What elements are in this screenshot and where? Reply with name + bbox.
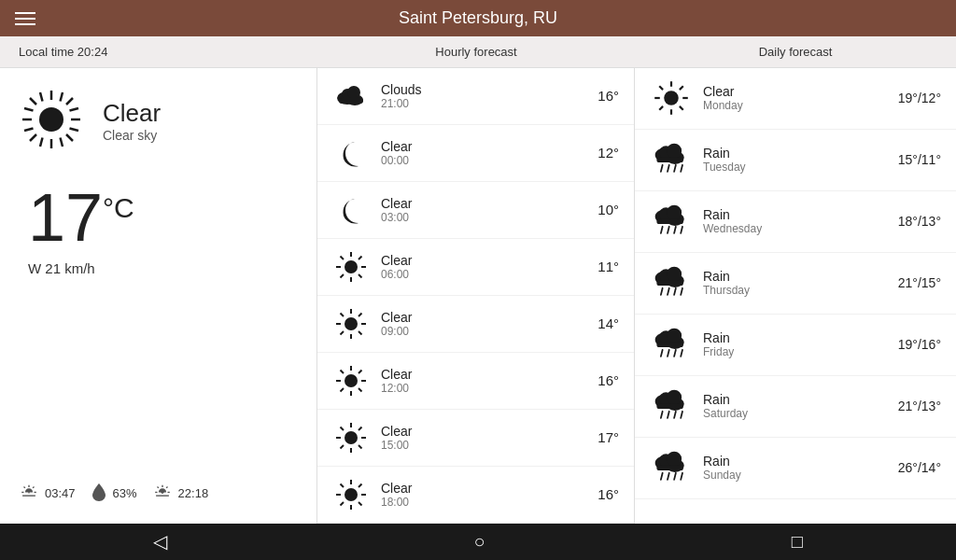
daily-weather-icon	[650, 201, 692, 243]
hourly-weather-icon	[332, 77, 370, 115]
daily-info: Rain Friday	[703, 330, 887, 358]
hourly-info: Clouds 21:00	[381, 82, 574, 110]
svg-line-64	[24, 486, 25, 487]
humidity-value: 63%	[113, 486, 137, 500]
hourly-row: Clear 00:00 12°	[317, 125, 634, 182]
hourly-info: Clear 15:00	[381, 424, 574, 452]
hourly-time: 15:00	[381, 439, 574, 452]
daily-info: Rain Sunday	[703, 454, 887, 482]
hourly-info: Clear 03:00	[381, 196, 574, 224]
daily-forecast-panel[interactable]: Clear Monday 19°/12° Rain Tuesday 15°/11…	[635, 68, 956, 524]
hourly-weather-icon	[332, 362, 370, 399]
hourly-row: Clear 03:00 10°	[317, 182, 634, 239]
current-weather-panel: Clear Clear sky 17°C W 21 km/h	[0, 68, 317, 524]
daily-condition: Rain	[703, 330, 887, 345]
daily-day: Monday	[703, 99, 887, 112]
hourly-row: Clear 12:00 16°	[317, 353, 634, 410]
hourly-time: 18:00	[381, 496, 574, 509]
back-button[interactable]: ◁	[153, 530, 167, 553]
top-bar: Saint Petersburg, RU	[0, 0, 956, 36]
sunset-time: 22:18	[178, 486, 209, 500]
daily-weather-icon	[650, 77, 692, 119]
daily-info: Clear Monday	[703, 84, 887, 112]
hourly-weather-icon	[332, 134, 370, 172]
daily-temperature: 18°/13°	[898, 214, 941, 229]
daily-info: Rain Wednesday	[703, 207, 887, 235]
current-sun-icon	[19, 87, 84, 156]
hourly-condition: Clear	[381, 196, 574, 211]
hourly-condition: Clear	[381, 310, 574, 325]
daily-condition: Rain	[703, 269, 887, 284]
hourly-temperature: 17°	[585, 429, 619, 445]
hourly-row: Clouds 21:00 16°	[317, 68, 634, 125]
current-condition-info: Clear Clear sky	[103, 99, 161, 143]
hourly-temperature: 16°	[585, 486, 619, 502]
sub-header: Local time 20:24 Hourly forecast Daily f…	[0, 36, 956, 67]
sunset-icon	[152, 482, 173, 505]
hourly-temperature: 16°	[585, 88, 619, 104]
hourly-condition: Clear	[381, 367, 574, 382]
daily-info: Rain Saturday	[703, 392, 887, 420]
hourly-weather-icon	[332, 248, 370, 286]
hourly-label: Hourly forecast	[317, 45, 635, 59]
daily-weather-icon	[650, 262, 692, 304]
daily-day: Sunday	[703, 469, 887, 482]
main-content: Clear Clear sky 17°C W 21 km/h	[0, 68, 956, 524]
daily-weather-icon	[650, 447, 692, 489]
app-container: Saint Petersburg, RU Local time 20:24 Ho…	[0, 0, 956, 560]
hourly-forecast-panel[interactable]: Clouds 21:00 16° Clear 00:00 12° Clear 0…	[317, 68, 635, 524]
daily-row: Rain Saturday 21°/13°	[635, 376, 956, 438]
daily-info: Rain Thursday	[703, 269, 887, 297]
hourly-row: Clear 06:00 11°	[317, 239, 634, 296]
sunset-stat: 22:18	[152, 482, 209, 505]
daily-day: Saturday	[703, 407, 887, 420]
daily-row: Rain Sunday 26°/14°	[635, 438, 956, 499]
daily-condition: Rain	[703, 392, 887, 407]
hourly-time: 12:00	[381, 382, 574, 395]
hourly-row: Clear 09:00 14°	[317, 296, 634, 353]
hourly-temperature: 11°	[585, 259, 619, 274]
hourly-time: 03:00	[381, 211, 574, 224]
bottom-stats: 03:47 63%	[19, 472, 298, 505]
hourly-row: Clear 18:00 16°	[317, 467, 634, 524]
condition-sub: Clear sky	[103, 128, 161, 143]
daily-temperature: 15°/11°	[898, 152, 941, 167]
hourly-time: 06:00	[381, 268, 574, 281]
daily-condition: Rain	[703, 207, 887, 222]
hourly-time: 09:00	[381, 325, 574, 338]
hourly-weather-icon	[332, 191, 370, 229]
hourly-time: 21:00	[381, 97, 574, 110]
hourly-temperature: 12°	[585, 145, 619, 161]
daily-row: Clear Monday 19°/12°	[635, 68, 956, 130]
local-time-label: Local time 20:24	[0, 45, 317, 59]
daily-day: Tuesday	[703, 161, 887, 174]
hourly-time: 00:00	[381, 154, 574, 167]
sunrise-icon	[19, 482, 39, 505]
daily-info: Rain Tuesday	[703, 146, 887, 174]
hourly-temperature: 10°	[585, 202, 619, 217]
hourly-weather-icon	[332, 476, 370, 513]
condition-label: Clear	[103, 99, 161, 128]
hourly-info: Clear 00:00	[381, 139, 574, 167]
hourly-weather-icon	[332, 419, 370, 456]
svg-line-73	[166, 486, 167, 487]
daily-day: Wednesday	[703, 222, 887, 235]
menu-button[interactable]	[15, 12, 35, 25]
daily-weather-icon	[650, 385, 692, 427]
daily-weather-icon	[650, 324, 692, 366]
nav-bar: ◁ ○ □	[0, 524, 956, 560]
temperature-value: 17°C	[28, 180, 134, 255]
home-button[interactable]: ○	[473, 531, 485, 553]
daily-day: Thursday	[703, 284, 887, 297]
hourly-temperature: 14°	[585, 315, 619, 331]
daily-temperature: 26°/14°	[898, 460, 941, 475]
daily-condition: Rain	[703, 146, 887, 161]
daily-row: Rain Thursday 21°/15°	[635, 253, 956, 315]
recent-button[interactable]: □	[792, 531, 803, 553]
temperature-row: 17°C	[19, 184, 298, 251]
daily-label: Daily forecast	[635, 45, 956, 59]
daily-temperature: 21°/13°	[898, 399, 941, 413]
daily-condition: Clear	[703, 84, 887, 99]
daily-condition: Rain	[703, 454, 887, 469]
daily-weather-icon	[650, 139, 692, 181]
